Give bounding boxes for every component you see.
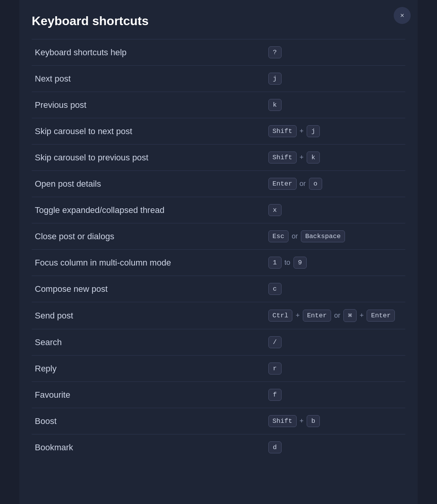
shortcut-label: Boost xyxy=(32,408,256,434)
shortcut-label: Previous post xyxy=(32,92,256,118)
key-badge: r xyxy=(268,363,282,375)
key-badge: Shift xyxy=(268,152,297,163)
keyboard-shortcuts-modal: × Keyboard shortcuts Keyboard shortcuts … xyxy=(19,0,418,504)
key-badge: Enter xyxy=(367,310,395,322)
shortcut-row: Search/ xyxy=(32,329,405,356)
shortcut-row: Focus column in multi-column mode1to9 xyxy=(32,250,405,276)
shortcut-label: Focus column in multi-column mode xyxy=(32,250,256,276)
shortcut-row: Skip carousel to previous postShift+k xyxy=(32,145,405,171)
key-badge: Esc xyxy=(268,230,289,242)
shortcut-row: Previous postk xyxy=(32,92,405,118)
shortcut-keys: x xyxy=(259,204,402,216)
key-badge: d xyxy=(268,441,282,453)
shortcut-keys: EscorBackspace xyxy=(259,230,402,242)
shortcut-row: BoostShift+b xyxy=(32,408,405,434)
shortcut-label: Search xyxy=(32,329,256,356)
shortcuts-table: Keyboard shortcuts help?Next postjPrevio… xyxy=(32,39,405,460)
key-badge: Shift xyxy=(268,125,297,137)
shortcut-keys: 1to9 xyxy=(259,257,402,269)
shortcut-keys: ? xyxy=(259,46,402,58)
shortcut-row: Next postj xyxy=(32,66,405,92)
shortcut-label: Send post xyxy=(32,302,256,329)
key-badge: j xyxy=(307,125,320,137)
shortcut-label: Open post details xyxy=(32,171,256,197)
key-operator: + xyxy=(359,312,365,320)
shortcut-keys: Shift+j xyxy=(259,125,402,137)
shortcut-keys: / xyxy=(259,336,402,348)
shortcut-row: Keyboard shortcuts help? xyxy=(32,39,405,66)
key-badge: j xyxy=(268,73,282,85)
key-badge: k xyxy=(268,99,282,111)
key-badge: f xyxy=(268,389,282,401)
key-badge: ⌘ xyxy=(343,309,357,322)
shortcut-label: Favourite xyxy=(32,382,256,408)
key-badge: Shift xyxy=(268,415,297,427)
shortcut-label: Compose new post xyxy=(32,276,256,302)
key-badge: o xyxy=(309,178,322,190)
shortcut-keys: Shift+k xyxy=(259,152,402,163)
key-badge: 9 xyxy=(294,257,307,269)
shortcut-label: Next post xyxy=(32,66,256,92)
shortcut-label: Keyboard shortcuts help xyxy=(32,39,256,66)
key-badge: x xyxy=(268,204,282,216)
key-operator: or xyxy=(299,180,307,188)
shortcut-label: Bookmark xyxy=(32,434,256,461)
shortcut-row: Favouritef xyxy=(32,382,405,408)
shortcut-keys: r xyxy=(259,363,402,375)
key-badge: 1 xyxy=(268,257,282,269)
shortcut-keys: k xyxy=(259,99,402,111)
modal-title: Keyboard shortcuts xyxy=(32,14,405,28)
key-operator: + xyxy=(299,153,305,162)
key-operator: or xyxy=(291,232,299,240)
key-operator: or xyxy=(333,312,341,320)
key-badge: Ctrl xyxy=(268,310,293,322)
shortcut-row: Open post detailsEnteroro xyxy=(32,171,405,197)
shortcut-keys: Enteroro xyxy=(259,178,402,190)
shortcut-row: Compose new postc xyxy=(32,276,405,302)
shortcut-keys: j xyxy=(259,73,402,85)
shortcut-keys: c xyxy=(259,283,402,295)
shortcut-label: Toggle expanded/collapsed thread xyxy=(32,197,256,223)
shortcut-row: Close post or dialogsEscorBackspace xyxy=(32,223,405,250)
shortcut-label: Skip carousel to previous post xyxy=(32,145,256,171)
key-badge: ? xyxy=(268,46,282,58)
key-badge: c xyxy=(268,283,282,295)
key-badge: b xyxy=(307,415,320,427)
shortcut-keys: Shift+b xyxy=(259,415,402,427)
shortcut-keys: f xyxy=(259,389,402,401)
shortcut-keys: d xyxy=(259,441,402,453)
shortcut-label: Close post or dialogs xyxy=(32,223,256,250)
shortcut-row: Bookmarkd xyxy=(32,434,405,461)
key-badge: Enter xyxy=(303,310,331,322)
shortcut-row: Toggle expanded/collapsed threadx xyxy=(32,197,405,223)
shortcut-row: Skip carousel to next postShift+j xyxy=(32,118,405,145)
key-operator: + xyxy=(295,312,300,320)
key-operator: + xyxy=(299,417,305,425)
shortcut-row: Replyr xyxy=(32,356,405,382)
key-operator: to xyxy=(284,259,291,267)
shortcut-keys: Ctrl+Enteror⌘+Enter xyxy=(259,309,402,322)
key-badge: Backspace xyxy=(301,230,345,242)
key-badge: / xyxy=(268,336,282,348)
shortcut-label: Skip carousel to next post xyxy=(32,118,256,145)
key-operator: + xyxy=(299,127,305,135)
close-button[interactable]: × xyxy=(394,7,411,24)
shortcut-label: Reply xyxy=(32,356,256,382)
shortcut-row: Send postCtrl+Enteror⌘+Enter xyxy=(32,302,405,329)
key-badge: Enter xyxy=(268,178,297,190)
key-badge: k xyxy=(307,152,320,163)
